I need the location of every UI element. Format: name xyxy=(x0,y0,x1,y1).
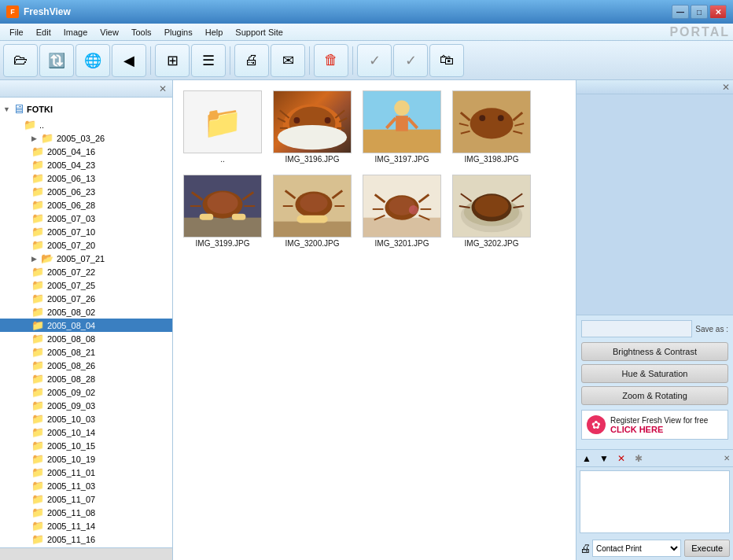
tree-item-1107[interactable]: 📁 2005_11_07 xyxy=(0,492,172,506)
tree-item-sub[interactable]: ▶ 📁 2005_03_26 xyxy=(0,131,172,145)
menu-support[interactable]: Support Site xyxy=(229,26,289,39)
window-title: FreshView xyxy=(24,6,71,17)
root-drive-icon: 🖥 xyxy=(13,102,25,116)
tree-item-1101[interactable]: 📁 2005_11_01 xyxy=(0,466,172,479)
tree-item-0804[interactable]: 📁 2005_08_04 xyxy=(0,319,172,332)
tree-item-1019[interactable]: 📁 2005_10_19 xyxy=(0,452,172,466)
toolbar-bag[interactable]: 🛍 xyxy=(429,44,464,77)
tree-item-1103[interactable]: 📁 2005_11_03 xyxy=(0,479,172,492)
folder-icon-0710: 📁 xyxy=(31,226,44,238)
toolbar-refresh[interactable]: 🔃 xyxy=(39,44,74,77)
close-button[interactable]: ✕ xyxy=(709,5,727,19)
tree-label: .. xyxy=(39,120,44,130)
tree-label-0623: 2005_06_23 xyxy=(47,187,95,197)
tree-item-0808[interactable]: 📁 2005_08_08 xyxy=(0,332,172,345)
tree-label-0721: 2005_07_21 xyxy=(57,254,105,263)
tree-item-0726[interactable]: 📁 2005_07_26 xyxy=(0,292,172,305)
save-as-label: Save as : xyxy=(695,325,728,333)
register-box[interactable]: ✿ Register Fresh View for free CLICK HER… xyxy=(581,410,728,440)
toolbar-globe[interactable]: 🌐 xyxy=(76,44,110,77)
tree-hscrollbar[interactable] xyxy=(0,547,172,560)
thumb-label-3199: IMG_3199.JPG xyxy=(196,239,250,248)
tree-item-0710[interactable]: 📁 2005_07_10 xyxy=(0,225,172,238)
content-area[interactable]: 📁 .. xyxy=(173,80,576,560)
toolbar-grid[interactable]: ⊞ xyxy=(155,44,190,77)
thumb-item-3197[interactable]: IMG_3197.JPG xyxy=(359,87,445,168)
menu-help[interactable]: Help xyxy=(199,26,230,39)
tree-item-0721[interactable]: ▶ 📂 2005_07_21 xyxy=(0,252,172,265)
tree-item-1003[interactable]: 📁 2005_10_03 xyxy=(0,412,172,426)
tree-item-0416[interactable]: 📁 2005_04_16 xyxy=(0,145,172,158)
tree-item-0423[interactable]: 📁 2005_04_23 xyxy=(0,158,172,171)
toolbar-list[interactable]: ☰ xyxy=(191,44,226,77)
tree-item-1114[interactable]: 📁 2005_11_14 xyxy=(0,519,172,532)
batch-settings-button[interactable]: ✱ xyxy=(632,451,646,466)
menu-file[interactable]: File xyxy=(3,26,30,39)
toolbar-nav[interactable]: ◀ xyxy=(112,44,146,77)
tree-close-button[interactable]: ✕ xyxy=(157,83,169,95)
tree-item-0623[interactable]: 📁 2005_06_23 xyxy=(0,185,172,198)
tree-item-back[interactable]: 📁 .. xyxy=(0,118,172,131)
save-as-input[interactable] xyxy=(581,320,692,337)
batch-list[interactable] xyxy=(580,470,730,533)
tree-item-0828[interactable]: 📁 2005_08_28 xyxy=(0,372,172,385)
tree-item-0802[interactable]: 📁 2005_08_02 xyxy=(0,305,172,319)
tree-item-0821[interactable]: 📁 2005_08_21 xyxy=(0,345,172,359)
toolbar-email[interactable]: ✉ xyxy=(271,44,305,77)
thumb-item-3196[interactable]: IMG_3196.JPG xyxy=(269,87,355,168)
thumb-item-3202[interactable]: IMG_3202.JPG xyxy=(448,171,535,252)
tree-item-1015[interactable]: 📁 2005_10_15 xyxy=(0,439,172,452)
tree-item-0826[interactable]: 📁 2005_08_26 xyxy=(0,359,172,372)
toolbar-tools2[interactable]: ✓ xyxy=(393,44,428,77)
batch-up-button[interactable]: ▲ xyxy=(580,451,594,466)
portal-logo: PORTAL xyxy=(669,25,730,39)
thumb-item-3200[interactable]: IMG_3200.JPG xyxy=(269,171,355,252)
batch-down-button[interactable]: ▼ xyxy=(597,451,611,466)
execute-button[interactable]: Execute xyxy=(684,540,730,557)
tree-item-0722[interactable]: 📁 2005_07_22 xyxy=(0,265,172,278)
folder-icon-1014: 📁 xyxy=(31,426,44,438)
folder-icon-0726: 📁 xyxy=(31,293,44,304)
zoom-rotating-button[interactable]: Zoom & Rotating xyxy=(581,386,728,405)
toolbar-check[interactable]: ✓ xyxy=(357,44,392,77)
batch-remove-button[interactable]: ✕ xyxy=(614,451,628,466)
thumb-item-back[interactable]: 📁 .. xyxy=(179,87,266,168)
tree-root[interactable]: ▼ 🖥 FOTKI xyxy=(0,101,172,118)
tree-item-0703[interactable]: 📁 2005_07_03 xyxy=(0,212,172,225)
toolbar-print[interactable]: 🖨 xyxy=(234,44,269,77)
menu-plugins[interactable]: Plugins xyxy=(158,26,199,39)
maximize-button[interactable]: □ xyxy=(691,5,708,19)
batch-toolbar: ▲ ▼ ✕ ✱ ✕ xyxy=(576,450,733,467)
thumb-item-3198[interactable]: IMG_3198.JPG xyxy=(448,87,535,168)
toolbar-open[interactable]: 🗁 xyxy=(3,44,38,77)
tree-label-0725: 2005_07_25 xyxy=(47,281,95,290)
folder-tree[interactable]: ▼ 🖥 FOTKI 📁 .. ▶ 📁 2005_03_26 📁 2005_04_… xyxy=(0,98,172,547)
brightness-contrast-button[interactable]: Brightness & Contrast xyxy=(581,342,728,361)
menu-edit[interactable]: Edit xyxy=(30,26,57,39)
title-left: F FreshView xyxy=(6,6,71,18)
tree-item-1014[interactable]: 📁 2005_10_14 xyxy=(0,426,172,439)
batch-close-icon[interactable]: ✕ xyxy=(724,454,730,462)
tree-item-0902[interactable]: 📁 2005_09_02 xyxy=(0,385,172,399)
tree-item-0903[interactable]: 📁 2005_09_03 xyxy=(0,399,172,412)
tree-item-1116[interactable]: 📁 2005_11_16 xyxy=(0,532,172,546)
tree-item-0613[interactable]: 📁 2005_06_13 xyxy=(0,171,172,185)
thumb-item-3201[interactable]: IMG_3201.JPG xyxy=(359,171,445,252)
tree-item-0628[interactable]: 📁 2005_06_28 xyxy=(0,198,172,212)
toolbar-delete[interactable]: 🗑 xyxy=(314,44,348,77)
thumb-svg-3201 xyxy=(363,175,440,238)
tree-item-1108[interactable]: 📁 2005_11_08 xyxy=(0,506,172,519)
contact-print-select[interactable]: Contact Print xyxy=(592,540,681,557)
thumb-item-3199[interactable]: IMG_3199.JPG xyxy=(179,171,266,252)
tree-item-0725[interactable]: 📁 2005_07_25 xyxy=(0,278,172,292)
hue-saturation-button[interactable]: Hue & Saturation xyxy=(581,364,728,383)
title-controls: — □ ✕ xyxy=(672,5,727,19)
folder-icon-1108: 📁 xyxy=(31,507,44,518)
minimize-button[interactable]: — xyxy=(672,5,689,19)
menu-image[interactable]: Image xyxy=(57,26,94,39)
menu-view[interactable]: View xyxy=(94,26,125,39)
tree-item-0720[interactable]: 📁 2005_07_20 xyxy=(0,238,172,252)
menu-tools[interactable]: Tools xyxy=(125,26,158,39)
right-panel: ✕ Save as : Brightness & Contrast Hue & … xyxy=(576,80,733,560)
right-panel-close-icon[interactable]: ✕ xyxy=(722,82,730,93)
